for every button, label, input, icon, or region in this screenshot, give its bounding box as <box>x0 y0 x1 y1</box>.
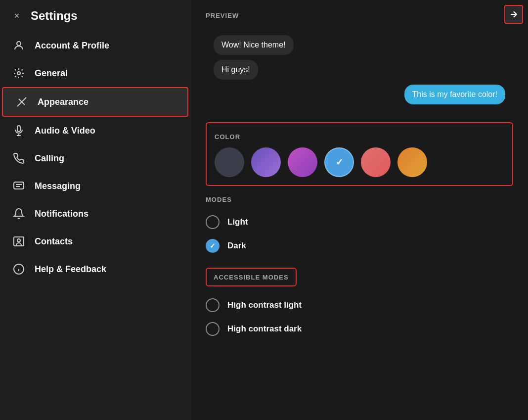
sidebar-item-general-label: General <box>35 68 68 79</box>
modes-section: MODES Light Dark <box>206 196 513 258</box>
color-swatch-pink-purple[interactable] <box>288 147 317 177</box>
preview-label: PREVIEW <box>206 12 239 19</box>
sidebar-header: × Settings <box>0 0 190 28</box>
exit-button[interactable] <box>504 5 523 24</box>
mode-dark[interactable]: Dark <box>206 234 513 258</box>
svg-rect-7 <box>14 182 24 189</box>
sidebar-item-appearance[interactable]: Appearance <box>2 87 188 117</box>
phone-icon <box>12 151 26 165</box>
sidebar-item-general[interactable]: General <box>0 59 190 87</box>
accessible-modes-label: ACCESSIBLE MODES <box>214 274 289 281</box>
radio-light <box>206 215 220 229</box>
sidebar-item-help-label: Help & Feedback <box>35 264 106 275</box>
radio-high-contrast-light <box>206 298 220 312</box>
color-swatch-purple[interactable] <box>251 147 281 177</box>
sidebar-item-notifications-label: Notifications <box>35 209 88 219</box>
mode-high-contrast-dark-label: High contrast dark <box>227 324 302 334</box>
gear-icon <box>12 66 26 80</box>
sidebar-item-messaging-label: Messaging <box>35 181 81 191</box>
modes-section-label: MODES <box>206 196 513 203</box>
bubble-2: Hi guys! <box>214 60 258 80</box>
sidebar-item-calling[interactable]: Calling <box>0 144 190 172</box>
settings-title: Settings <box>31 9 78 23</box>
sidebar-item-account[interactable]: Account & Profile <box>0 32 190 59</box>
bell-icon <box>12 207 26 221</box>
bubble-3: This is my favorite color! <box>404 85 505 104</box>
sidebar-item-audio-video[interactable]: Audio & Video <box>0 117 190 144</box>
close-button[interactable]: × <box>10 9 24 23</box>
info-icon <box>12 262 26 276</box>
svg-rect-4 <box>17 126 20 132</box>
sidebar-item-notifications[interactable]: Notifications <box>0 200 190 228</box>
color-swatch-blue[interactable] <box>324 147 354 177</box>
mode-light[interactable]: Light <box>206 210 513 234</box>
contacts-icon <box>12 234 26 248</box>
mode-high-contrast-dark[interactable]: High contrast dark <box>206 317 513 341</box>
color-swatch-salmon[interactable] <box>361 147 391 177</box>
color-swatches <box>215 147 504 177</box>
color-swatch-orange[interactable] <box>397 147 427 177</box>
color-swatch-dark[interactable] <box>215 147 244 177</box>
person-icon <box>12 39 26 52</box>
color-section-label: COLOR <box>215 133 504 140</box>
sidebar-item-audio-video-label: Audio & Video <box>35 126 95 136</box>
radio-dark <box>206 239 220 253</box>
sidebar: × Settings Account & Profile General <box>0 0 191 420</box>
sidebar-item-appearance-label: Appearance <box>38 97 88 107</box>
mode-high-contrast-light[interactable]: High contrast light <box>206 293 513 317</box>
accessible-modes-box: ACCESSIBLE MODES <box>206 268 297 286</box>
sidebar-item-contacts[interactable]: Contacts <box>0 228 190 255</box>
main-content: PREVIEW Wow! Nice theme! Hi guys! This i… <box>191 0 528 420</box>
bubble-1: Wow! Nice theme! <box>214 35 294 55</box>
sidebar-item-contacts-label: Contacts <box>35 236 73 247</box>
svg-point-11 <box>17 239 20 242</box>
sidebar-item-calling-label: Calling <box>35 153 64 164</box>
wand-icon <box>15 95 29 109</box>
sidebar-item-help[interactable]: Help & Feedback <box>0 255 190 283</box>
mode-dark-label: Dark <box>227 241 246 251</box>
chat-icon <box>12 179 26 193</box>
sidebar-nav: Account & Profile General Appearance <box>0 28 190 420</box>
accessible-modes-wrapper: ACCESSIBLE MODES High contrast light Hig… <box>206 268 513 341</box>
preview-area: Wow! Nice theme! Hi guys! This is my fav… <box>206 27 513 112</box>
top-bar: PREVIEW <box>206 12 513 19</box>
sidebar-item-account-label: Account & Profile <box>35 41 109 51</box>
svg-point-1 <box>17 72 20 75</box>
color-section: COLOR <box>206 122 513 186</box>
mode-high-contrast-light-label: High contrast light <box>227 300 302 310</box>
svg-point-0 <box>17 42 21 46</box>
sidebar-item-messaging[interactable]: Messaging <box>0 172 190 200</box>
radio-high-contrast-dark <box>206 322 220 336</box>
mode-light-label: Light <box>227 217 248 227</box>
mic-icon <box>12 124 26 138</box>
